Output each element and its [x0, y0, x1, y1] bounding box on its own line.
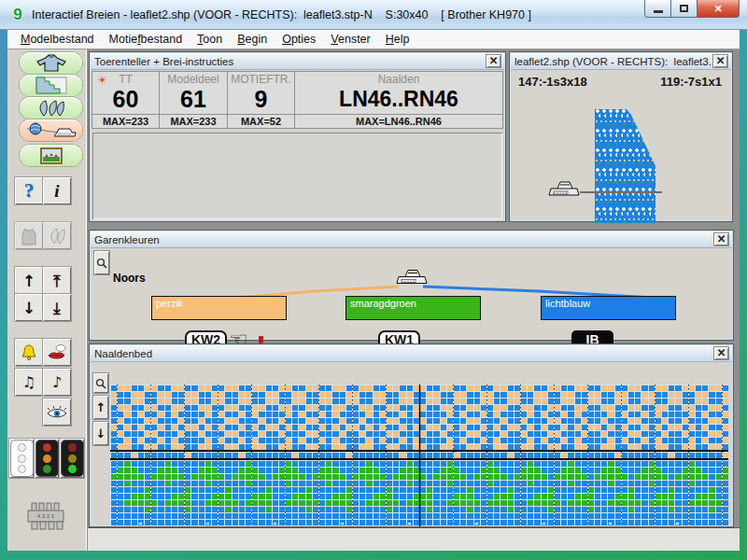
- menu-motiefbestand[interactable]: Motiefbestand: [102, 31, 190, 48]
- sweater-icon: [35, 54, 68, 72]
- yarn-threads: [91, 249, 734, 340]
- panel-needlebed-body: ↑ ↓ 45403530252015105051015202530354045: [91, 363, 732, 525]
- menu-toon[interactable]: Toon: [190, 31, 230, 48]
- arrow-down-bar-icon: ⤓: [53, 299, 61, 317]
- swatch-smaragdgroen[interactable]: smaragdgroen: [345, 296, 481, 320]
- counter-col-naalden: Naalden LN46..RN46 MAX=LN46..RN46: [295, 72, 502, 128]
- connector-icon: 4 3 2 1: [24, 502, 67, 534]
- stop-light-pause-button[interactable]: [35, 439, 59, 478]
- carriage-icon: [546, 180, 582, 199]
- needlebed-zoom-button[interactable]: [93, 373, 108, 393]
- sun-icon: ☀: [97, 74, 107, 87]
- app-logo-icon: 9: [9, 7, 26, 23]
- maximize-button[interactable]: [671, 0, 698, 18]
- col-value: LN46..RN46: [295, 86, 502, 114]
- shape-stat-right: 119:-7s1x1: [660, 75, 722, 89]
- panel-counter-title: Toerenteller + Brei-instructies: [94, 56, 486, 67]
- close-icon: ✕: [717, 347, 726, 358]
- col-header: Naalden: [295, 72, 502, 86]
- shape-stat-left: 147:-1s3x18: [518, 75, 587, 89]
- motif-button[interactable]: [20, 97, 82, 119]
- panel-needlebed-titlebar[interactable]: Naaldenbed ✕: [91, 345, 732, 362]
- magnifier-icon: [95, 378, 106, 389]
- menu-modelbestand[interactable]: Modelbestand: [13, 31, 102, 48]
- minimize-icon: [654, 10, 663, 13]
- swatch-lichtblauw[interactable]: lichtblauw: [541, 296, 676, 320]
- arrow-up-icon: ↑: [22, 272, 35, 290]
- row-down-button[interactable]: ↓: [15, 294, 43, 321]
- bell-button[interactable]: [15, 339, 43, 366]
- panel-counter-titlebar[interactable]: Toerenteller + Brei-instructies ✕: [91, 53, 504, 70]
- arrow-up-bar-icon: ⤒: [53, 272, 61, 290]
- panel-needlebed-title: Naaldenbed: [94, 348, 714, 359]
- col-max: MAX=52: [228, 114, 294, 128]
- pattern-chart-button[interactable]: [20, 75, 82, 96]
- swatch-perzik[interactable]: perzik: [151, 296, 287, 320]
- panel-counter-body: ☀ TT 60 MAX=233 Modeldeel 61 MAX=233 MOT…: [91, 71, 504, 220]
- swatch-label: perzik: [156, 298, 183, 309]
- counter-col-tt: ☀ TT 60 MAX=233: [92, 72, 160, 128]
- needlebed-up-button[interactable]: ↑: [93, 396, 108, 419]
- panel-yarn: Garenkleuren ✕ Noors perzik: [89, 230, 734, 341]
- panel-counter: Toerenteller + Brei-instructies ✕ ☀ TT 6…: [89, 51, 506, 222]
- panel-yarn-close-button[interactable]: ✕: [714, 233, 728, 245]
- status-strip: [88, 527, 740, 551]
- panel-yarn-titlebar[interactable]: Garenkleuren ✕: [91, 231, 732, 248]
- traffic-light-off-icon: [10, 440, 34, 477]
- minimize-button[interactable]: [644, 0, 671, 18]
- menu-help[interactable]: Help: [378, 31, 417, 48]
- arrow-up-icon: ↑: [96, 400, 106, 414]
- col-max: MAX=233: [160, 114, 227, 128]
- bell-icon: [20, 343, 38, 362]
- vest-icon: [19, 227, 39, 245]
- window-titlebar[interactable]: 9 Interactief Breien - leaflet2.shp (VOO…: [0, 0, 747, 30]
- traffic-light-green-icon: [61, 440, 84, 477]
- row-up-button[interactable]: ↑: [15, 267, 43, 294]
- panel-counter-close-button[interactable]: ✕: [486, 55, 500, 67]
- eye-icon: [46, 405, 68, 420]
- question-icon: ?: [24, 179, 35, 203]
- panel-shape-close-button[interactable]: ✕: [713, 55, 727, 67]
- model-shape-button[interactable]: [20, 52, 82, 74]
- menu-venster[interactable]: Venster: [323, 31, 377, 48]
- stop-light-go-button[interactable]: [60, 439, 84, 478]
- close-button[interactable]: ✕: [698, 0, 740, 18]
- motif-leaves-button[interactable]: [43, 222, 71, 249]
- view-button[interactable]: [43, 399, 71, 426]
- col-value: 60: [92, 86, 159, 114]
- needlebed-down-button[interactable]: ↓: [93, 422, 108, 445]
- close-icon: ✕: [713, 3, 722, 15]
- knit-instructions-box: [92, 133, 502, 219]
- menu-bar: ModelbestandMotiefbestandToonBeginOpties…: [7, 30, 740, 49]
- row-bottom-button[interactable]: ⤓: [43, 294, 71, 321]
- arrow-down-icon: ↓: [22, 299, 35, 317]
- menu-begin[interactable]: Begin: [230, 31, 275, 48]
- col-header: MOTIEFTR.: [228, 72, 294, 86]
- leaves-icon: [35, 99, 68, 118]
- swatch-label: smaragdgroen: [350, 298, 416, 309]
- garment-piece-preview: [595, 109, 655, 223]
- col-max: MAX=LN46..RN46: [295, 114, 502, 128]
- needlebed-grid[interactable]: [110, 385, 728, 526]
- row-top-button[interactable]: ⤒: [43, 267, 71, 294]
- left-toolbar: ? i ↑ ⤒ ↓ ⤓ ♫ ♪: [7, 49, 88, 551]
- vest-button[interactable]: [15, 222, 43, 249]
- panel-shape-titlebar[interactable]: leaflet2.shp (VOOR - RECHTS): leaflet3..…: [511, 53, 731, 70]
- col-value: 9: [228, 86, 294, 114]
- speech-button[interactable]: [43, 339, 71, 366]
- panel-shape-body: 147:-1s3x18 119:-7s1x1: [511, 71, 731, 220]
- close-icon: ✕: [489, 55, 499, 66]
- menu-opties[interactable]: Opties: [275, 31, 323, 48]
- lips-icon: [47, 343, 67, 362]
- music-on-button[interactable]: ♫: [15, 369, 43, 396]
- picture-button[interactable]: [20, 145, 82, 166]
- stop-light-off-button[interactable]: [9, 439, 34, 478]
- carriage-icon: [394, 268, 430, 287]
- knit-yarn-button[interactable]: [20, 119, 82, 141]
- help-button[interactable]: ?: [15, 177, 43, 204]
- music-off-button[interactable]: ♪: [43, 369, 71, 396]
- svg-text:4 3 2 1: 4 3 2 1: [37, 513, 55, 519]
- info-button[interactable]: i: [43, 177, 71, 204]
- app-window: 9 Interactief Breien - leaflet2.shp (VOO…: [0, 0, 747, 560]
- panel-needlebed-close-button[interactable]: ✕: [714, 347, 728, 359]
